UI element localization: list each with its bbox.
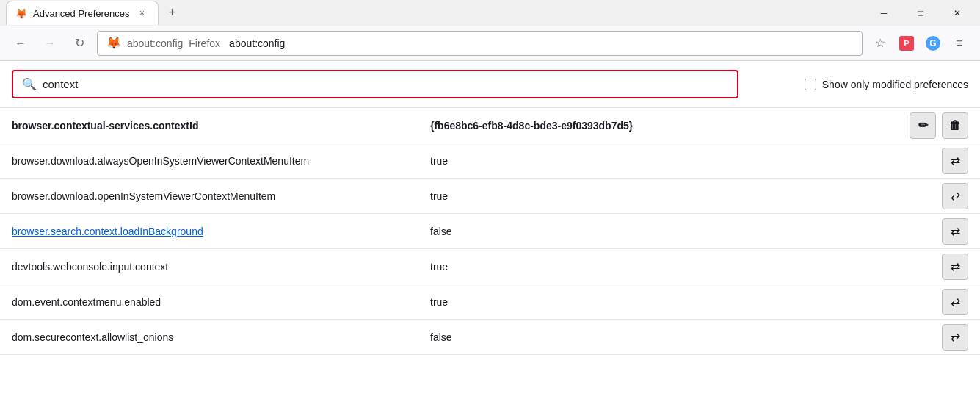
pref-actions: ✏ 🗑	[910, 112, 968, 139]
delete-button[interactable]: 🗑	[942, 112, 968, 139]
pref-name: browser.download.alwaysOpenInSystemViewe…	[12, 146, 430, 176]
pref-value: false	[430, 226, 942, 237]
pref-name: dom.securecontext.allowlist_onions	[12, 323, 430, 352]
pref-actions: ⇄	[942, 254, 968, 280]
search-icon: 🔍	[22, 77, 37, 91]
nav-bar: ← → ↻ 🦊 about:config Firefox about:confi…	[0, 26, 980, 61]
pref-actions: ⇄	[942, 324, 968, 351]
pref-value: true	[430, 190, 942, 202]
show-modified-container: Show only modified preferences	[805, 79, 968, 90]
pref-actions: ⇄	[942, 289, 968, 315]
profile-icon: G	[926, 36, 940, 51]
pref-name: devtools.webconsole.input.context	[12, 252, 430, 281]
pref-actions: ⇄	[942, 218, 968, 245]
page-content: 🔍 Show only modified preferences browser…	[0, 61, 980, 399]
search-container: 🔍	[12, 70, 738, 98]
pref-value: true	[430, 261, 942, 273]
new-tab-button[interactable]: +	[161, 2, 184, 24]
tab-close-button[interactable]: ×	[136, 7, 149, 20]
pocket-button[interactable]: P	[895, 32, 918, 55]
nav-right-icons: ☆ P G ≡	[868, 32, 971, 55]
title-bar: 🦊 Advanced Preferences × + ─ □ ✕	[0, 0, 980, 26]
tab-title: Advanced Preferences	[33, 8, 130, 19]
pref-actions: ⇄	[942, 183, 968, 209]
table-row: browser.search.context.loadInBackground …	[0, 214, 980, 249]
pref-value: true	[430, 296, 942, 308]
table-row: dom.event.contextmenu.enabled true ⇄	[0, 284, 980, 320]
close-button[interactable]: ✕	[940, 2, 974, 24]
pref-value: true	[430, 155, 942, 167]
minimize-button[interactable]: ─	[867, 2, 901, 24]
bookmark-button[interactable]: ☆	[868, 32, 892, 55]
pref-actions: ⇄	[942, 148, 968, 174]
toggle-button[interactable]: ⇄	[942, 254, 968, 280]
forward-button[interactable]: →	[38, 32, 62, 55]
tab-strip: 🦊 Advanced Preferences × +	[6, 1, 184, 25]
url-text: about:config	[229, 37, 285, 49]
table-row: dom.securecontext.allowlist_onions false…	[0, 320, 980, 355]
active-tab[interactable]: 🦊 Advanced Preferences ×	[6, 1, 159, 25]
back-button[interactable]: ←	[9, 32, 32, 55]
tab-favicon: 🦊	[15, 8, 27, 19]
browser-label: about:config	[127, 37, 183, 49]
menu-button[interactable]: ≡	[948, 32, 971, 55]
pref-name-link[interactable]: browser.search.context.loadInBackground	[12, 217, 430, 246]
refresh-button[interactable]: ↻	[68, 32, 91, 55]
pref-value: {fb6e8bc6-efb8-4d8c-bde3-e9f0393db7d5}	[430, 120, 910, 132]
profile-button[interactable]: G	[921, 32, 945, 55]
table-row: browser.download.openInSystemViewerConte…	[0, 179, 980, 214]
edit-button[interactable]: ✏	[910, 112, 936, 139]
table-row: devtools.webconsole.input.context true ⇄	[0, 249, 980, 284]
toggle-button[interactable]: ⇄	[942, 218, 968, 245]
preferences-table: browser.contextual-services.contextId {f…	[0, 108, 980, 399]
firefox-text: Firefox	[189, 37, 220, 49]
toggle-button[interactable]: ⇄	[942, 289, 968, 315]
address-bar[interactable]: 🦊 about:config Firefox about:config	[97, 31, 863, 56]
search-input[interactable]	[43, 78, 728, 90]
window-controls: ─ □ ✕	[867, 2, 974, 24]
toggle-button[interactable]: ⇄	[942, 183, 968, 209]
maximize-button[interactable]: □	[904, 2, 937, 24]
pocket-icon: P	[899, 36, 914, 51]
search-bar: 🔍 Show only modified preferences	[0, 61, 980, 108]
pref-value: false	[430, 331, 942, 343]
show-modified-label[interactable]: Show only modified preferences	[822, 79, 968, 90]
firefox-logo-small: 🦊	[106, 36, 121, 50]
toggle-button[interactable]: ⇄	[942, 324, 968, 351]
pref-name: browser.download.openInSystemViewerConte…	[12, 181, 430, 211]
pref-name: browser.contextual-services.contextId	[12, 111, 430, 140]
table-row: browser.download.alwaysOpenInSystemViewe…	[0, 143, 980, 179]
pref-name: dom.event.contextmenu.enabled	[12, 287, 430, 317]
toggle-button[interactable]: ⇄	[942, 148, 968, 174]
table-row: browser.contextual-services.contextId {f…	[0, 108, 980, 143]
show-modified-checkbox[interactable]	[805, 79, 816, 90]
